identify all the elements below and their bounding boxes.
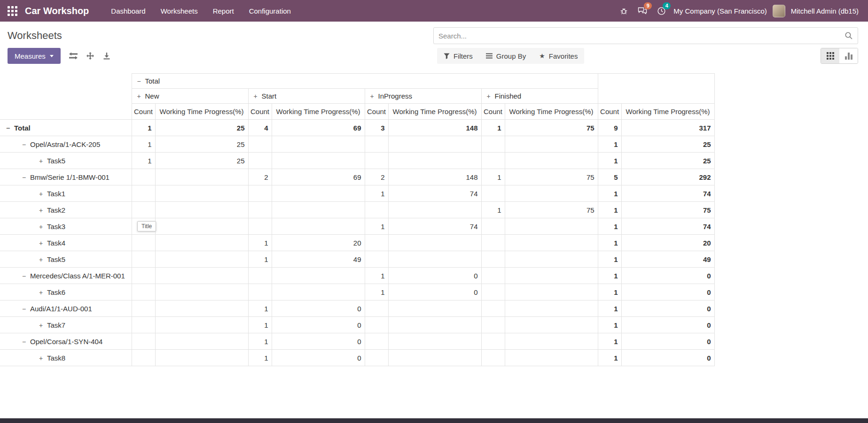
pivot-cell[interactable]: 1 (598, 202, 621, 218)
pivot-cell[interactable]: 1 (598, 136, 621, 153)
pivot-cell[interactable] (365, 136, 388, 153)
pivot-cell[interactable] (132, 284, 155, 300)
pivot-cell[interactable]: 1 (365, 185, 388, 202)
pivot-row-header[interactable]: −Opel/Corsa/1-SYN-404 (0, 333, 132, 350)
favorites-button[interactable]: ★ Favorites (532, 48, 584, 64)
pivot-cell[interactable]: 75 (505, 169, 598, 185)
search-submit-button[interactable] (845, 31, 853, 40)
pivot-cell[interactable]: 148 (388, 169, 481, 185)
pivot-cell[interactable] (481, 251, 505, 268)
measure-header-count[interactable]: Count (481, 104, 505, 120)
download-xlsx-button[interactable] (102, 52, 111, 60)
pivot-row-header[interactable]: +Task2 (0, 202, 132, 218)
pivot-cell[interactable] (481, 300, 505, 317)
pivot-cell[interactable]: 25 (621, 153, 714, 169)
pivot-cell[interactable] (132, 300, 155, 317)
pivot-cell[interactable] (365, 251, 388, 268)
pivot-cell[interactable]: 9 (598, 120, 621, 136)
expand-icon[interactable]: + (252, 92, 259, 100)
pivot-cell[interactable] (388, 300, 481, 317)
measure-header-count[interactable]: Count (132, 104, 155, 120)
pivot-cell[interactable]: 1 (598, 333, 621, 350)
measure-header-wtp[interactable]: Working Time Progress(%) (155, 104, 248, 120)
pivot-row-header[interactable]: +Task8 (0, 350, 132, 366)
pivot-cell[interactable] (155, 284, 248, 300)
pivot-cell[interactable]: 49 (272, 251, 365, 268)
pivot-cell[interactable]: 317 (621, 120, 714, 136)
expand-icon[interactable]: + (38, 190, 44, 198)
pivot-cell[interactable]: 1 (598, 185, 621, 202)
nav-item-report[interactable]: Report (207, 4, 240, 18)
expand-icon[interactable]: + (38, 322, 44, 329)
pivot-cell[interactable] (481, 268, 505, 284)
pivot-cell[interactable]: 1 (598, 300, 621, 317)
pivot-cell[interactable] (132, 235, 155, 251)
pivot-cell[interactable] (155, 218, 248, 235)
pivot-row-header[interactable]: +Task5 (0, 251, 132, 268)
pivot-cell[interactable]: 1 (598, 251, 621, 268)
pivot-cell[interactable]: 49 (621, 251, 714, 268)
pivot-row-header[interactable]: +Task5 (0, 153, 132, 169)
pivot-cell[interactable]: 2 (365, 169, 388, 185)
pivot-cell[interactable]: 1 (598, 350, 621, 366)
pivot-cell[interactable] (272, 185, 365, 202)
pivot-cell[interactable] (132, 202, 155, 218)
pivot-cell[interactable] (481, 185, 505, 202)
pivot-cell[interactable]: 0 (621, 350, 714, 366)
nav-item-dashboard[interactable]: Dashboard (105, 4, 151, 18)
pivot-cell[interactable] (248, 185, 272, 202)
pivot-cell[interactable] (365, 350, 388, 366)
pivot-cell[interactable] (388, 350, 481, 366)
pivot-cell[interactable] (388, 136, 481, 153)
search-input[interactable] (438, 32, 845, 40)
pivot-cell[interactable]: 75 (505, 202, 598, 218)
pivot-cell[interactable] (388, 153, 481, 169)
pivot-cell[interactable] (505, 300, 598, 317)
graph-view-button[interactable] (839, 48, 858, 63)
pivot-cell[interactable]: 25 (155, 136, 248, 153)
pivot-cell[interactable]: 0 (272, 317, 365, 333)
collapse-icon[interactable]: − (21, 305, 27, 313)
expand-icon[interactable]: + (38, 289, 44, 296)
pivot-cell[interactable] (505, 218, 598, 235)
measures-dropdown-button[interactable]: Measures (8, 48, 61, 64)
pivot-cell[interactable]: 0 (621, 317, 714, 333)
pivot-col-group-total[interactable]: −Total (132, 74, 598, 89)
pivot-cell[interactable]: 1 (248, 300, 272, 317)
pivot-cell[interactable] (505, 333, 598, 350)
pivot-cell[interactable] (505, 317, 598, 333)
pivot-cell[interactable] (365, 235, 388, 251)
pivot-cell[interactable] (248, 284, 272, 300)
pivot-row-header[interactable]: −Opel/Astra/1-ACK-205 (0, 136, 132, 153)
pivot-cell[interactable]: 1 (481, 120, 505, 136)
pivot-cell[interactable] (365, 333, 388, 350)
expand-icon[interactable]: + (38, 223, 44, 231)
measure-header-wtp[interactable]: Working Time Progress(%) (388, 104, 481, 120)
pivot-cell[interactable]: 1 (248, 350, 272, 366)
pivot-cell[interactable] (248, 202, 272, 218)
expand-icon[interactable]: + (38, 157, 44, 165)
pivot-cell[interactable] (272, 202, 365, 218)
pivot-cell[interactable]: 3 (365, 120, 388, 136)
pivot-cell[interactable] (248, 268, 272, 284)
expand-icon[interactable]: + (38, 354, 44, 362)
pivot-cell[interactable] (155, 350, 248, 366)
pivot-cell[interactable]: 0 (621, 333, 714, 350)
pivot-cell[interactable] (272, 136, 365, 153)
pivot-cell[interactable] (272, 268, 365, 284)
pivot-cell[interactable] (365, 317, 388, 333)
pivot-cell[interactable] (505, 235, 598, 251)
pivot-cell[interactable]: 1 (365, 218, 388, 235)
messages-button[interactable]: 9 (636, 4, 649, 18)
pivot-cell[interactable] (132, 268, 155, 284)
pivot-row-header[interactable]: −Bmw/Serie 1/1-BMW-001 (0, 169, 132, 185)
user-avatar[interactable] (773, 5, 785, 17)
pivot-cell[interactable] (155, 251, 248, 268)
pivot-cell[interactable]: 1 (248, 251, 272, 268)
pivot-row-header[interactable]: +Task3 (0, 218, 132, 235)
pivot-cell[interactable]: 69 (272, 169, 365, 185)
pivot-cell[interactable]: 74 (388, 185, 481, 202)
collapse-icon[interactable]: − (136, 77, 142, 85)
pivot-cell[interactable] (505, 153, 598, 169)
pivot-cell[interactable]: 1 (248, 235, 272, 251)
